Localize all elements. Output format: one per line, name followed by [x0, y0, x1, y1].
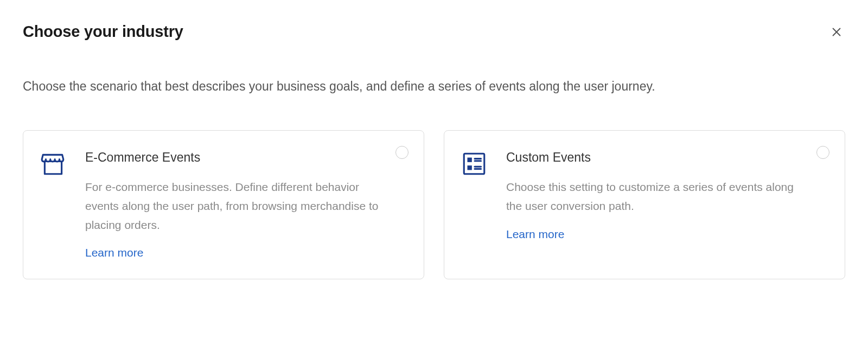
close-icon [831, 26, 843, 38]
card-description: Choose this setting to customize a serie… [506, 178, 806, 215]
card-title: Custom Events [506, 150, 806, 165]
card-body: E-Commerce Events For e-commerce busines… [85, 147, 406, 259]
card-title: E-Commerce Events [85, 150, 385, 165]
storefront-icon [40, 150, 67, 177]
close-button[interactable] [828, 23, 845, 41]
card-custom[interactable]: Custom Events Choose this setting to cus… [444, 130, 845, 279]
radio-custom[interactable] [816, 146, 829, 159]
page-subtitle: Choose the scenario that best describes … [23, 78, 845, 95]
learn-more-link[interactable]: Learn more [506, 228, 564, 241]
card-ecommerce[interactable]: E-Commerce Events For e-commerce busines… [23, 130, 424, 279]
page-title: Choose your industry [23, 23, 183, 41]
card-inner: E-Commerce Events For e-commerce busines… [40, 147, 406, 259]
industry-cards: E-Commerce Events For e-commerce busines… [23, 130, 845, 279]
card-description: For e-commerce businesses. Define differ… [85, 178, 385, 234]
header-row: Choose your industry [23, 23, 845, 41]
card-body: Custom Events Choose this setting to cus… [506, 147, 827, 240]
svg-rect-6 [468, 165, 472, 170]
radio-ecommerce[interactable] [395, 146, 409, 159]
learn-more-link[interactable]: Learn more [85, 246, 143, 259]
svg-rect-3 [468, 158, 472, 162]
svg-rect-2 [464, 154, 484, 175]
card-inner: Custom Events Choose this setting to cus… [461, 147, 827, 240]
grid-list-icon [461, 150, 488, 177]
